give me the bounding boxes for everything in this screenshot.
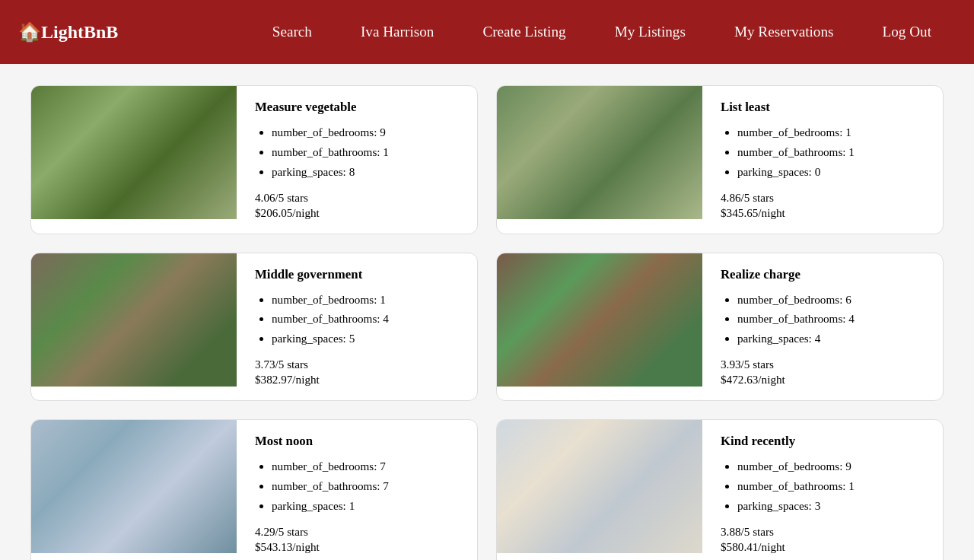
parking-detail: parking_spaces: 4 — [737, 329, 925, 348]
listing-image — [497, 420, 702, 553]
listing-image — [497, 253, 702, 387]
listing-price: $472.63/night — [721, 373, 925, 387]
listing-price: $382.97/night — [255, 373, 459, 387]
parking-detail: parking_spaces: 0 — [737, 162, 925, 182]
brand-logo[interactable]: 🏠LightBnB — [18, 21, 118, 43]
bedrooms-detail: number_of_bedrooms: 1 — [272, 290, 459, 310]
listing-title: List least — [721, 100, 925, 115]
listing-price: $543.13/night — [255, 540, 459, 554]
bedrooms-detail: number_of_bedrooms: 1 — [737, 123, 925, 142]
listing-details: number_of_bedrooms: 6 number_of_bathroom… — [721, 290, 925, 349]
listing-card[interactable]: Kind recently number_of_bedrooms: 9 numb… — [496, 419, 944, 560]
listing-rating: 4.29/5 stars — [255, 525, 459, 539]
listing-title: Realize charge — [721, 267, 925, 282]
listing-details: number_of_bedrooms: 9 number_of_bathroom… — [721, 457, 925, 516]
listing-price: $206.05/night — [255, 206, 459, 220]
listing-card[interactable]: Realize charge number_of_bedrooms: 6 num… — [496, 253, 944, 402]
listing-card[interactable]: List least number_of_bedrooms: 1 number_… — [496, 85, 944, 234]
listing-details: number_of_bedrooms: 9 number_of_bathroom… — [255, 123, 459, 182]
bedrooms-detail: number_of_bedrooms: 9 — [272, 123, 459, 142]
parking-detail: parking_spaces: 3 — [737, 496, 925, 516]
listing-card[interactable]: Measure vegetable number_of_bedrooms: 9 … — [30, 85, 478, 234]
main-nav: 🏠LightBnB Search Iva Harrison Create Lis… — [0, 0, 974, 64]
bathrooms-detail: number_of_bathrooms: 1 — [272, 142, 459, 162]
parking-detail: parking_spaces: 1 — [272, 496, 459, 516]
listing-card[interactable]: Middle government number_of_bedrooms: 1 … — [30, 253, 478, 402]
listing-title: Kind recently — [721, 434, 925, 449]
listing-details: number_of_bedrooms: 7 number_of_bathroom… — [255, 457, 459, 516]
listing-title: Measure vegetable — [255, 100, 459, 115]
listing-image — [497, 86, 702, 219]
bedrooms-detail: number_of_bedrooms: 6 — [737, 290, 925, 310]
bathrooms-detail: number_of_bathrooms: 4 — [737, 309, 925, 329]
listing-info: Most noon number_of_bedrooms: 7 number_o… — [237, 420, 477, 560]
bathrooms-detail: number_of_bathrooms: 1 — [737, 142, 925, 162]
listing-image — [31, 420, 237, 553]
listing-info: Kind recently number_of_bedrooms: 9 numb… — [702, 420, 943, 560]
bedrooms-detail: number_of_bedrooms: 7 — [272, 457, 459, 476]
listing-info: Measure vegetable number_of_bedrooms: 9 … — [237, 86, 477, 234]
listing-rating: 4.06/5 stars — [255, 191, 459, 205]
bathrooms-detail: number_of_bathrooms: 4 — [272, 309, 459, 329]
bathrooms-detail: number_of_bathrooms: 7 — [272, 476, 459, 496]
listing-price: $345.65/night — [721, 206, 925, 220]
listing-title: Most noon — [255, 434, 459, 449]
listing-details: number_of_bedrooms: 1 number_of_bathroom… — [721, 123, 925, 182]
my-listings-link[interactable]: My Listings — [590, 0, 710, 64]
user-link[interactable]: Iva Harrison — [336, 0, 458, 64]
listing-info: Realize charge number_of_bedrooms: 6 num… — [702, 253, 943, 401]
listing-card[interactable]: Most noon number_of_bedrooms: 7 number_o… — [30, 419, 478, 560]
listing-title: Middle government — [255, 267, 459, 282]
listing-info: Middle government number_of_bedrooms: 1 … — [237, 253, 477, 401]
listing-rating: 3.93/5 stars — [721, 358, 925, 371]
listing-image — [31, 253, 237, 387]
parking-detail: parking_spaces: 5 — [272, 329, 459, 348]
listing-price: $580.41/night — [721, 540, 925, 554]
listing-rating: 3.73/5 stars — [255, 358, 459, 371]
listing-details: number_of_bedrooms: 1 number_of_bathroom… — [255, 290, 459, 349]
my-reservations-link[interactable]: My Reservations — [710, 0, 858, 64]
create-listing-link[interactable]: Create Listing — [458, 0, 590, 64]
log-out-link[interactable]: Log Out — [858, 0, 956, 64]
listing-image — [31, 86, 237, 219]
listing-rating: 4.86/5 stars — [721, 191, 925, 205]
bathrooms-detail: number_of_bathrooms: 1 — [737, 476, 925, 496]
listings-grid: Measure vegetable number_of_bedrooms: 9 … — [0, 64, 974, 560]
bedrooms-detail: number_of_bedrooms: 9 — [737, 457, 925, 476]
listing-info: List least number_of_bedrooms: 1 number_… — [702, 86, 943, 234]
search-link[interactable]: Search — [248, 0, 336, 64]
nav-links: Search Iva Harrison Create Listing My Li… — [248, 0, 956, 64]
parking-detail: parking_spaces: 8 — [272, 162, 459, 182]
listing-rating: 3.88/5 stars — [721, 525, 925, 539]
